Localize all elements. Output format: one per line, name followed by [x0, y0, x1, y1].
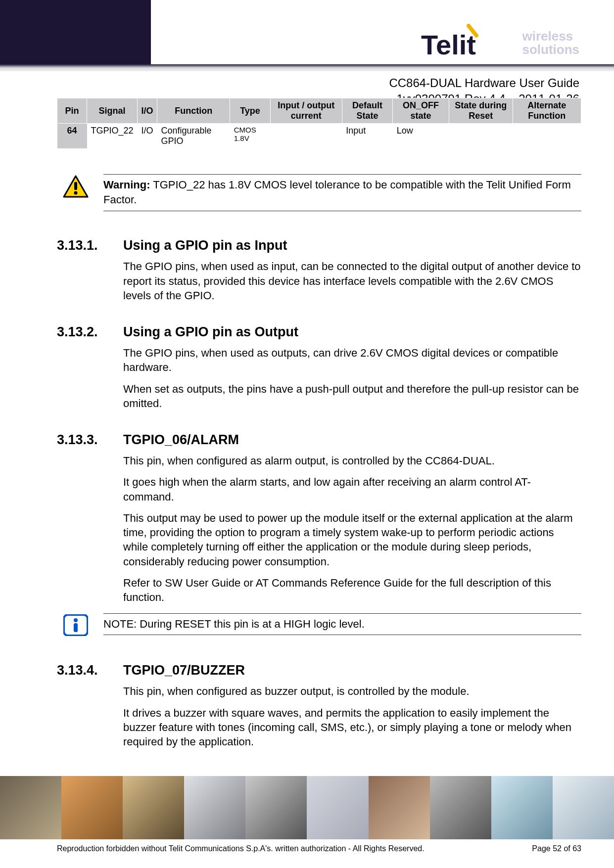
- section-title: Using a GPIO pin as Output: [123, 324, 581, 340]
- svg-rect-3: [74, 182, 77, 190]
- note-text: NOTE: During RESET this pin is at a HIGH…: [103, 613, 581, 635]
- header-dark-block: [0, 0, 151, 64]
- footer-tile: [184, 776, 245, 839]
- th-reset: State during Reset: [449, 98, 513, 124]
- footer-tile: [0, 776, 61, 839]
- th-current: Input / output current: [270, 98, 342, 124]
- doc-title: CC864-DUAL Hardware User Guide: [389, 75, 579, 91]
- cell-function: Configurable GPIO: [157, 124, 230, 149]
- section-title: TGPIO_07/BUZZER: [123, 663, 581, 678]
- cell-reset: [449, 124, 513, 149]
- brand-tag-2: solutions: [522, 43, 579, 56]
- cell-type: CMOS 1.8V: [230, 124, 270, 149]
- note-body: During RESET this pin is at a HIGH logic…: [137, 618, 365, 630]
- note-label: NOTE:: [103, 618, 137, 630]
- footer-tile: [307, 776, 368, 839]
- svg-point-4: [74, 191, 78, 195]
- paragraph: When set as outputs, the pins have a pus…: [123, 382, 581, 411]
- th-io: I/O: [138, 98, 157, 124]
- paragraph: The GPIO pins, when used as outputs, can…: [123, 346, 581, 375]
- th-onoff: ON_OFF state: [393, 98, 449, 124]
- cell-io: I/O: [138, 124, 157, 149]
- header-gradient: [0, 64, 614, 71]
- footer-left: Reproduction forbidden without Telit Com…: [57, 844, 425, 853]
- th-type: Type: [230, 98, 270, 124]
- brand-tagline: wireless solutions: [522, 30, 579, 57]
- section-number: 3.13.3.: [57, 432, 123, 448]
- warning-callout: Warning: TGPIO_22 has 1.8V CMOS level to…: [57, 174, 581, 211]
- section-3-13-1: 3.13.1. Using a GPIO pin as Input The GP…: [57, 238, 581, 310]
- info-icon: [63, 614, 88, 636]
- paragraph: This pin, when configured as buzzer outp…: [123, 684, 581, 698]
- warning-icon: [63, 175, 89, 199]
- svg-rect-7: [74, 623, 78, 632]
- footer-tile: [369, 776, 430, 839]
- footer-page: Page 52 of 63: [532, 844, 581, 853]
- cell-alt: [513, 124, 581, 149]
- section-3-13-2: 3.13.2. Using a GPIO pin as Output The G…: [57, 324, 581, 417]
- paragraph: This output may be used to power up the …: [123, 511, 581, 569]
- paragraph: It goes high when the alarm starts, and …: [123, 475, 581, 504]
- page-content: Pin Signal I/O Function Type Input / out…: [57, 98, 581, 756]
- svg-text:Telit: Telit: [421, 29, 476, 60]
- paragraph: Refer to SW User Guide or AT Commands Re…: [123, 576, 581, 605]
- footer-image-band: [0, 776, 614, 839]
- paragraph: The GPIO pins, when used as input, can b…: [123, 259, 581, 303]
- th-alt: Alternate Function: [513, 98, 581, 124]
- cell-signal: TGPIO_22: [87, 124, 138, 149]
- section-title: Using a GPIO pin as Input: [123, 238, 581, 253]
- cell-pin: 64: [57, 124, 87, 149]
- footer-tile: [491, 776, 553, 839]
- cell-default-state: Input: [342, 124, 393, 149]
- svg-point-6: [74, 618, 78, 622]
- section-title: TGPIO_06/ALARM: [123, 432, 581, 448]
- pin-table: Pin Signal I/O Function Type Input / out…: [57, 98, 581, 148]
- cell-current: [270, 124, 342, 149]
- note-callout: NOTE: During RESET this pin is at a HIGH…: [57, 613, 581, 636]
- cell-onoff: Low: [393, 124, 449, 149]
- warning-icon-col: [57, 174, 94, 199]
- table-header-row: Pin Signal I/O Function Type Input / out…: [57, 98, 581, 124]
- note-icon-col: [57, 613, 94, 636]
- footer-line: Reproduction forbidden without Telit Com…: [57, 844, 581, 853]
- footer-tile: [123, 776, 184, 839]
- section-number: 3.13.2.: [57, 324, 123, 340]
- warning-label: Warning:: [103, 179, 150, 191]
- section-3-13-4: 3.13.4. TGPIO_07/BUZZER This pin, when c…: [57, 663, 581, 756]
- footer-tile: [61, 776, 123, 839]
- th-signal: Signal: [87, 98, 138, 124]
- section-number: 3.13.4.: [57, 663, 123, 678]
- section-3-13-3: 3.13.3. TGPIO_06/ALARM This pin, when co…: [57, 432, 581, 611]
- th-function: Function: [157, 98, 230, 124]
- th-default-state: Default State: [342, 98, 393, 124]
- telit-logo-icon: Telit: [421, 24, 510, 62]
- footer-tile: [553, 776, 614, 839]
- paragraph: It drives a buzzer with square waves, an…: [123, 706, 581, 749]
- table-row: 64 TGPIO_22 I/O Configurable GPIO CMOS 1…: [57, 124, 581, 149]
- warning-body: TGPIO_22 has 1.8V CMOS level tolerance t…: [103, 179, 571, 206]
- document-page: Telit wireless solutions CC864-DUAL Hard…: [0, 0, 614, 868]
- brand-logo: Telit wireless solutions: [421, 24, 579, 62]
- th-pin: Pin: [57, 98, 87, 124]
- section-number: 3.13.1.: [57, 238, 123, 253]
- warning-text: Warning: TGPIO_22 has 1.8V CMOS level to…: [103, 174, 581, 211]
- footer-tile: [245, 776, 307, 839]
- footer-tile: [430, 776, 491, 839]
- brand-tag-1: wireless: [522, 30, 579, 43]
- paragraph: This pin, when configured as alarm outpu…: [123, 454, 581, 468]
